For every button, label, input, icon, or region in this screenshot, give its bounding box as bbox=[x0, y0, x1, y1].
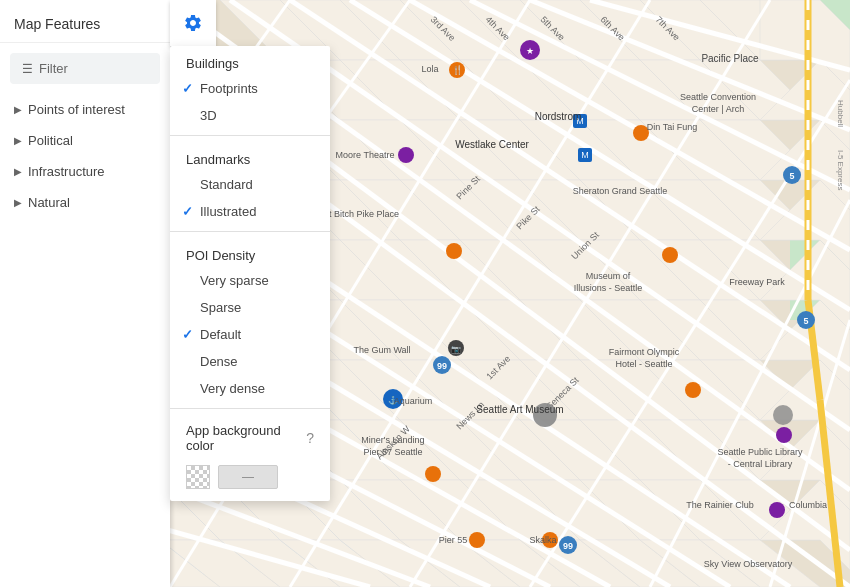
svg-text:Pier 55: Pier 55 bbox=[439, 535, 468, 545]
very-sparse-label: Very sparse bbox=[200, 273, 269, 288]
color-input[interactable]: — bbox=[218, 465, 278, 489]
svg-text:Hubbell: Hubbell bbox=[836, 100, 845, 127]
footprints-label: Footprints bbox=[200, 81, 258, 96]
sidebar-item-political[interactable]: ▶ Political bbox=[0, 125, 170, 156]
sidebar-title: Map Features bbox=[0, 0, 170, 43]
illustrated-option[interactable]: Illustrated bbox=[170, 198, 330, 225]
settings-gear-button[interactable] bbox=[170, 0, 216, 46]
very-dense-label: Very dense bbox=[200, 381, 265, 396]
footprints-option[interactable]: Footprints bbox=[170, 75, 330, 102]
chevron-right-icon: ▶ bbox=[14, 197, 22, 208]
3d-label: 3D bbox=[200, 108, 217, 123]
sidebar-item-poi[interactable]: ▶ Points of interest bbox=[0, 94, 170, 125]
svg-text:5: 5 bbox=[803, 316, 808, 326]
svg-text:Din Tai Fung: Din Tai Fung bbox=[647, 122, 697, 132]
svg-text:📷: 📷 bbox=[451, 344, 461, 354]
dense-option[interactable]: Dense bbox=[170, 348, 330, 375]
filter-bar[interactable]: ☰ Filter bbox=[10, 53, 160, 84]
svg-text:Lola: Lola bbox=[421, 64, 438, 74]
svg-text:The Gum Wall: The Gum Wall bbox=[353, 345, 410, 355]
svg-text:Freeway Park: Freeway Park bbox=[729, 277, 785, 287]
default-option[interactable]: Default bbox=[170, 321, 330, 348]
svg-text:Hotel - Seattle: Hotel - Seattle bbox=[615, 359, 672, 369]
gear-icon bbox=[183, 13, 203, 33]
svg-point-189 bbox=[662, 247, 678, 263]
svg-text:Illusions - Seattle: Illusions - Seattle bbox=[574, 283, 643, 293]
svg-point-199 bbox=[425, 466, 441, 482]
sidebar-item-label: Political bbox=[28, 133, 73, 148]
svg-text:Columbia: Columbia bbox=[789, 500, 827, 510]
svg-point-200 bbox=[469, 532, 485, 548]
svg-text:M: M bbox=[581, 150, 589, 160]
standard-option[interactable]: Standard bbox=[170, 171, 330, 198]
filter-label: Filter bbox=[39, 61, 68, 76]
standard-label: Standard bbox=[200, 177, 253, 192]
app-bg-color-label: App background color bbox=[186, 423, 302, 453]
svg-text:🍴: 🍴 bbox=[452, 64, 464, 76]
filter-icon: ☰ bbox=[22, 62, 33, 76]
sparse-label: Sparse bbox=[200, 300, 241, 315]
svg-text:★: ★ bbox=[526, 46, 534, 56]
svg-point-188 bbox=[446, 243, 462, 259]
very-dense-option[interactable]: Very dense bbox=[170, 375, 330, 402]
svg-text:Sky View Observatory: Sky View Observatory bbox=[704, 559, 793, 569]
app-bg-color-picker: — bbox=[170, 457, 330, 501]
checkerboard-icon bbox=[186, 465, 210, 489]
section-divider-1 bbox=[170, 135, 330, 136]
chevron-right-icon: ▶ bbox=[14, 104, 22, 115]
chevron-right-icon: ▶ bbox=[14, 135, 22, 146]
svg-text:Aquarium: Aquarium bbox=[394, 396, 433, 406]
buildings-section-header: Buildings bbox=[170, 46, 330, 75]
illustrated-label: Illustrated bbox=[200, 204, 256, 219]
sidebar-item-label: Natural bbox=[28, 195, 70, 210]
3d-option[interactable]: 3D bbox=[170, 102, 330, 129]
svg-text:Pier 57 Seattle: Pier 57 Seattle bbox=[363, 447, 422, 457]
svg-text:Sheraton Grand Seattle: Sheraton Grand Seattle bbox=[573, 186, 668, 196]
svg-text:Seattle Convention: Seattle Convention bbox=[680, 92, 756, 102]
svg-text:Fairmont Olympic: Fairmont Olympic bbox=[609, 347, 680, 357]
svg-text:99: 99 bbox=[437, 361, 447, 371]
svg-text:The Rainier Club: The Rainier Club bbox=[686, 500, 754, 510]
svg-text:Center | Arch: Center | Arch bbox=[692, 104, 744, 114]
section-divider-3 bbox=[170, 408, 330, 409]
color-value: — bbox=[242, 470, 254, 484]
svg-text:Skalka: Skalka bbox=[529, 535, 556, 545]
svg-point-196 bbox=[398, 147, 414, 163]
sidebar-item-infrastructure[interactable]: ▶ Infrastructure bbox=[0, 156, 170, 187]
svg-text:Miner's Landing: Miner's Landing bbox=[361, 435, 424, 445]
svg-text:Moore Theatre: Moore Theatre bbox=[336, 150, 395, 160]
svg-text:Pacific Place: Pacific Place bbox=[701, 53, 759, 64]
sidebar-item-label: Points of interest bbox=[28, 102, 125, 117]
svg-text:99: 99 bbox=[563, 541, 573, 551]
svg-text:it Bitch Pike Place: it Bitch Pike Place bbox=[327, 209, 399, 219]
svg-text:Nordstrom: Nordstrom bbox=[535, 111, 582, 122]
svg-text:- Central Library: - Central Library bbox=[728, 459, 793, 469]
sidebar: Map Features ☰ Filter ▶ Points of intere… bbox=[0, 0, 170, 587]
svg-text:Museum of: Museum of bbox=[586, 271, 631, 281]
svg-point-203 bbox=[769, 502, 785, 518]
sidebar-item-natural[interactable]: ▶ Natural bbox=[0, 187, 170, 218]
chevron-right-icon: ▶ bbox=[14, 166, 22, 177]
very-sparse-option[interactable]: Very sparse bbox=[170, 267, 330, 294]
svg-text:5: 5 bbox=[789, 171, 794, 181]
landmarks-section-header: Landmarks bbox=[170, 142, 330, 171]
svg-text:Westlake Center: Westlake Center bbox=[455, 139, 529, 150]
poi-density-section-header: POI Density bbox=[170, 238, 330, 267]
sidebar-item-label: Infrastructure bbox=[28, 164, 105, 179]
section-divider-2 bbox=[170, 231, 330, 232]
map-features-dropdown: Buildings Footprints 3D Landmarks Standa… bbox=[170, 46, 330, 501]
svg-point-202 bbox=[685, 382, 701, 398]
default-label: Default bbox=[200, 327, 241, 342]
svg-text:Seattle Public Library: Seattle Public Library bbox=[717, 447, 803, 457]
app-bg-color-row: App background color ? bbox=[170, 415, 330, 457]
help-icon[interactable]: ? bbox=[306, 430, 314, 446]
dense-label: Dense bbox=[200, 354, 238, 369]
svg-point-208 bbox=[773, 405, 793, 425]
svg-text:I-5 Express: I-5 Express bbox=[836, 150, 845, 190]
svg-point-204 bbox=[776, 427, 792, 443]
svg-text:Seattle Art Museum: Seattle Art Museum bbox=[476, 404, 563, 415]
sparse-option[interactable]: Sparse bbox=[170, 294, 330, 321]
